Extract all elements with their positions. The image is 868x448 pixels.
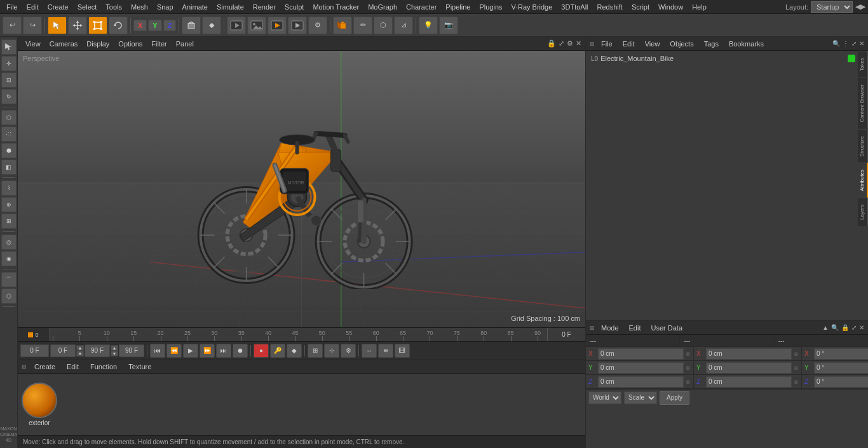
x-rot-input[interactable] — [814, 348, 868, 360]
autokey-button[interactable]: 🔑 — [270, 344, 285, 358]
sync-button[interactable]: ↔ — [362, 344, 377, 358]
menu-snap[interactable]: Snap — [153, 2, 177, 12]
objects-file-menu[interactable]: File — [597, 39, 616, 49]
fps-input[interactable] — [119, 344, 144, 357]
picture-viewer-button[interactable] — [247, 17, 266, 34]
viewport[interactable]: Perspective — [18, 51, 585, 327]
object-mode-button[interactable] — [182, 17, 201, 34]
menu-tools[interactable]: Tools — [102, 2, 126, 12]
left-points-button[interactable]: ·∷ — [1, 126, 17, 142]
menu-plugins[interactable]: Plugins — [475, 2, 506, 12]
material-item-exterior[interactable]: exterior — [22, 383, 57, 426]
menu-mesh[interactable]: Mesh — [127, 2, 152, 12]
menu-render[interactable]: Render — [249, 2, 280, 12]
menu-pipeline[interactable]: Pipeline — [442, 2, 474, 12]
x-pos-spinner[interactable]: ⊕ — [686, 351, 691, 357]
y-size-input[interactable] — [706, 362, 792, 374]
menu-help[interactable]: Help — [688, 2, 710, 12]
start-frame-input[interactable] — [50, 344, 76, 357]
pen-tool-button[interactable]: ✏ — [353, 17, 372, 34]
render-button[interactable] — [268, 17, 287, 34]
attrs-search-icon[interactable]: 🔍 — [831, 324, 839, 331]
go-to-start-button[interactable]: ⏮ — [150, 344, 165, 358]
scale-tool-button[interactable] — [88, 17, 107, 34]
attrs-close-icon[interactable]: ✕ — [859, 324, 864, 331]
menu-select[interactable]: Select — [74, 2, 101, 12]
x-size-spinner[interactable]: ⊕ — [794, 351, 799, 357]
viewport-menu-display[interactable]: Display — [83, 39, 113, 49]
objects-close-icon[interactable]: ✕ — [859, 40, 864, 47]
material-texture-menu[interactable]: Texture — [125, 362, 155, 372]
material-create-menu[interactable]: Create — [31, 362, 59, 372]
objects-bookmarks-menu[interactable]: Bookmarks — [725, 39, 768, 49]
rotate-tool-button[interactable] — [109, 17, 128, 34]
attrs-lock-icon[interactable]: 🔒 — [841, 324, 849, 331]
attrs-mode-menu[interactable]: Mode — [597, 323, 623, 333]
world-space-dropdown[interactable]: World — [588, 391, 621, 404]
y-pos-spinner[interactable]: ⊕ — [686, 365, 691, 371]
scale-dropdown[interactable]: Scale — [624, 391, 657, 404]
z-pos-spinner[interactable]: ⊕ — [686, 379, 691, 385]
attrs-edit-menu[interactable]: Edit — [625, 323, 645, 333]
anim-path-button[interactable]: ◆ — [202, 17, 221, 34]
viewport-menu-view[interactable]: View — [22, 39, 44, 49]
viewport-expand-icon[interactable]: ⤢ — [559, 39, 564, 48]
tab-structure[interactable]: Structure — [858, 129, 868, 163]
left-sculpt-button[interactable]: ⌒ — [1, 272, 17, 287]
coord-x-button[interactable]: X — [133, 20, 147, 31]
left-move-button[interactable]: ✛ — [1, 56, 17, 71]
layout-dropdown[interactable]: Startup — [811, 1, 853, 13]
viewport-lock-icon[interactable]: 🔒 — [547, 39, 556, 48]
go-to-end-button[interactable]: ⏭ — [216, 344, 231, 358]
left-soft-sel-button[interactable]: ◉ — [1, 251, 17, 266]
cube-create-button[interactable] — [333, 17, 352, 34]
animation-settings-button[interactable]: ⚙ — [341, 344, 356, 358]
menu-create[interactable]: Create — [44, 2, 72, 12]
snap-to-frame-button[interactable]: ⊞ — [308, 344, 323, 358]
y-pos-input[interactable] — [598, 362, 684, 374]
motion-path-button[interactable]: ⊹ — [324, 344, 339, 358]
left-edges-button[interactable]: ⬢ — [1, 143, 17, 158]
viewport-menu-cameras[interactable]: Cameras — [46, 39, 82, 49]
menu-simulate[interactable]: Simulate — [213, 2, 248, 12]
record-active-button[interactable]: ● — [254, 344, 269, 358]
attrs-pin-icon[interactable]: ▲ — [822, 324, 829, 331]
left-polygon-button[interactable]: ⬡ — [1, 110, 17, 125]
render-preview-button[interactable]: 🎞 — [395, 344, 410, 358]
layout-arrows[interactable]: ◀▶ — [855, 3, 865, 11]
step-back-button[interactable]: ⏪ — [166, 344, 182, 358]
x-pos-input[interactable] — [598, 348, 684, 360]
viewport-settings-icon[interactable]: ⚙ — [567, 39, 573, 48]
objects-search-icon[interactable]: 🔍 — [832, 40, 840, 47]
step-forward-button[interactable]: ⏩ — [200, 344, 215, 358]
left-extrude-button[interactable]: ⊞ — [1, 214, 17, 229]
keyframe-button[interactable]: ◆ — [287, 344, 302, 358]
poly-pen-button[interactable]: ⬡ — [374, 17, 393, 34]
attrs-expand-icon[interactable]: ⤢ — [851, 324, 857, 331]
coord-z-button[interactable]: Z — [163, 20, 177, 31]
record-button[interactable]: ⏺ — [233, 344, 248, 358]
objects-expand-icon[interactable]: ⤢ — [851, 40, 857, 47]
x-size-input[interactable] — [706, 348, 792, 360]
render-view-button[interactable] — [227, 17, 246, 34]
viewport-menu-filter[interactable]: Filter — [147, 39, 170, 49]
viewport-close-icon[interactable]: ✕ — [576, 39, 581, 48]
objects-objects-menu[interactable]: Objects — [666, 39, 697, 49]
left-paint-button[interactable]: ⬡ — [1, 288, 17, 304]
left-rotate-button[interactable]: ↻ — [1, 89, 17, 104]
y-size-spinner[interactable]: ⊕ — [794, 365, 799, 371]
timeline-tick-area[interactable]: 51015202530354045505560657075808590 — [50, 328, 547, 341]
left-select-button[interactable] — [1, 39, 17, 55]
undo-button[interactable]: ↩ — [3, 17, 22, 34]
material-ball-exterior[interactable] — [22, 383, 57, 418]
left-scale-button[interactable]: ⊡ — [1, 72, 17, 88]
coord-y-button[interactable]: Y — [148, 20, 161, 31]
apply-button[interactable]: Apply — [660, 391, 689, 405]
objects-view-menu[interactable]: View — [641, 39, 664, 49]
camera-button[interactable]: 📷 — [439, 17, 458, 34]
end-frame-down-button[interactable]: ▼ — [111, 351, 118, 356]
select-tool-button[interactable] — [48, 17, 67, 34]
timeline-ruler[interactable]: 0 51015202530354045505560657075808590 0 … — [18, 327, 585, 341]
frame-up-button[interactable]: ▲ — [76, 345, 84, 351]
tab-content-browser[interactable]: Content Browser — [858, 78, 868, 129]
